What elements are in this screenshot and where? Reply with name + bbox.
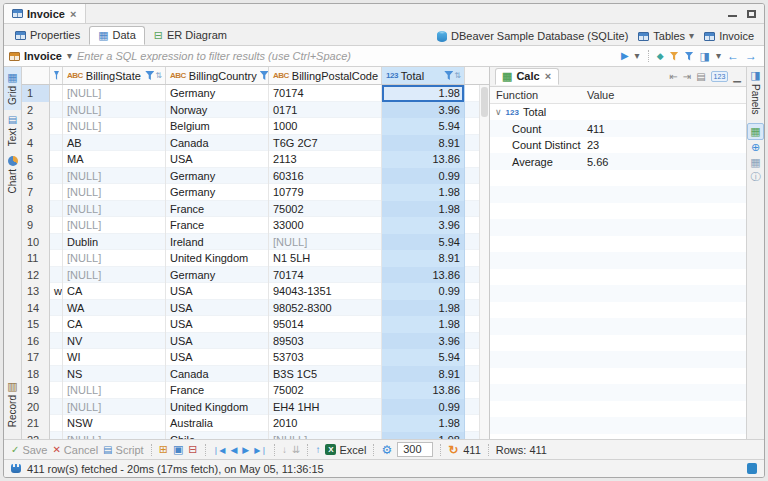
notifications-icon[interactable] (747, 463, 757, 474)
panels-dropdown-icon[interactable] (716, 51, 721, 61)
clipped-column-cell[interactable] (50, 217, 63, 234)
total-cell[interactable]: 3.96 (382, 217, 465, 234)
tab-record[interactable]: Record (4, 376, 21, 439)
row-number-cell[interactable]: 6 (22, 168, 50, 185)
billingstate-cell[interactable]: NS (63, 366, 166, 383)
schema-selector[interactable]: Tables (638, 30, 694, 42)
billingcountry-cell[interactable]: United Kingdom (166, 399, 269, 416)
sort-icon[interactable]: ⇅ (155, 71, 162, 80)
tab-er-diagram[interactable]: ER Diagram (145, 26, 236, 45)
first-page-icon[interactable] (213, 445, 226, 455)
refresh-icon[interactable] (448, 444, 458, 456)
value-column-header[interactable]: Value (587, 89, 746, 101)
fetch-all-rows-icon[interactable] (292, 445, 300, 455)
billingcountry-cell[interactable]: USA (166, 151, 269, 168)
row-number-cell[interactable]: 10 (22, 234, 50, 251)
fetch-size-input[interactable]: 300 (397, 442, 433, 457)
billingstate-cell[interactable]: NV (63, 333, 166, 350)
billingstate-cell[interactable]: [NULL] (63, 184, 166, 201)
clipped-column-cell[interactable] (50, 135, 63, 152)
billingstate-cell[interactable]: AB (63, 135, 166, 152)
billingcountry-cell[interactable]: Germany (166, 168, 269, 185)
billingcountry-cell[interactable]: USA (166, 283, 269, 300)
billingcountry-cell[interactable]: USA (166, 333, 269, 350)
billingstate-cell[interactable]: [NULL] (63, 201, 166, 218)
billingstate-cell[interactable]: NSW (63, 415, 166, 432)
billingcountry-cell[interactable]: USA (166, 316, 269, 333)
billingstate-cell[interactable]: CA (63, 316, 166, 333)
row-number-cell[interactable]: 1 (22, 85, 50, 102)
last-page-icon[interactable] (254, 445, 267, 455)
row-number-cell[interactable]: 17 (22, 349, 50, 366)
billingcountry-cell[interactable]: Chile (166, 432, 269, 440)
filter-history-icon[interactable] (67, 51, 72, 61)
billingcountry-cell[interactable]: USA (166, 300, 269, 317)
billingcountry-cell[interactable]: Germany (166, 267, 269, 284)
clipped-column-cell[interactable] (50, 118, 63, 135)
panel-tab-calc[interactable] (747, 123, 764, 140)
total-cell[interactable]: 13.86 (382, 151, 465, 168)
row-number-cell[interactable]: 11 (22, 250, 50, 267)
billingstate-cell[interactable]: [NULL] (63, 250, 166, 267)
billingpostalcode-cell[interactable]: N1 5LH (269, 250, 382, 267)
billingcountry-cell[interactable]: Canada (166, 366, 269, 383)
apply-filter-button[interactable] (621, 51, 629, 61)
column-header-clipped[interactable] (50, 67, 63, 84)
billingcountry-cell[interactable]: United Kingdom (166, 250, 269, 267)
total-cell[interactable]: 13.86 (382, 382, 465, 399)
billingpostalcode-cell[interactable]: EH4 1HH (269, 399, 382, 416)
delete-row-icon[interactable] (188, 444, 197, 455)
calc-result-row[interactable]: Count 411 (490, 121, 746, 138)
row-number-cell[interactable]: 2 (22, 102, 50, 119)
row-number-cell[interactable]: 22 (22, 432, 50, 440)
billingpostalcode-cell[interactable]: T6G 2C7 (269, 135, 382, 152)
clipped-column-cell[interactable] (50, 415, 63, 432)
custom-filter-icon[interactable] (657, 51, 664, 61)
tab-properties[interactable]: Properties (6, 26, 89, 45)
total-cell[interactable]: 5.94 (382, 118, 465, 135)
row-number-cell[interactable]: 18 (22, 366, 50, 383)
billingcountry-cell[interactable]: France (166, 217, 269, 234)
total-cell[interactable]: 3.96 (382, 333, 465, 350)
add-row-icon[interactable] (159, 444, 168, 455)
column-header-total[interactable]: 123 Total ⇅ (382, 67, 465, 84)
expander-icon[interactable] (495, 107, 502, 117)
billingstate-cell[interactable]: [NULL] (63, 217, 166, 234)
total-cell[interactable]: 8.91 (382, 366, 465, 383)
billingstate-cell[interactable]: [NULL] (63, 399, 166, 416)
billingstate-cell[interactable]: CA (63, 283, 166, 300)
billingpostalcode-cell[interactable]: 95014 (269, 316, 382, 333)
billingpostalcode-cell[interactable]: 10779 (269, 184, 382, 201)
export-icon[interactable] (315, 445, 320, 455)
total-cell[interactable]: 5.94 (382, 349, 465, 366)
vertical-scrollbar[interactable] (479, 85, 489, 439)
total-cell[interactable]: 8.91 (382, 135, 465, 152)
excel-export-button[interactable]: Excel (325, 444, 366, 456)
cancel-button[interactable]: Cancel (52, 444, 98, 456)
scrollbar-thumb[interactable] (481, 87, 488, 117)
clipped-column-cell[interactable] (50, 300, 63, 317)
column-header-billingstate[interactable]: ABC BillingState ⇅ (63, 67, 166, 84)
row-number-cell[interactable]: 20 (22, 399, 50, 416)
billingcountry-cell[interactable]: France (166, 382, 269, 399)
row-number-cell[interactable]: 12 (22, 267, 50, 284)
total-cell[interactable]: 0.99 (382, 168, 465, 185)
clipped-column-cell[interactable] (50, 333, 63, 350)
number-format-icon[interactable]: 123 (711, 71, 729, 82)
billingstate-cell[interactable]: [NULL] (63, 267, 166, 284)
panel-tab-value-viewer[interactable] (747, 140, 764, 155)
clipped-column-cell[interactable] (50, 102, 63, 119)
row-number-cell[interactable]: 3 (22, 118, 50, 135)
sort-icon[interactable]: ⇅ (454, 71, 461, 80)
clipped-column-cell[interactable] (50, 349, 63, 366)
fetch-next-page-icon[interactable] (282, 445, 287, 455)
row-number-cell[interactable]: 21 (22, 415, 50, 432)
row-number-cell[interactable]: 13 (22, 283, 50, 300)
database-selector[interactable]: DBeaver Sample Database (SQLite) (437, 30, 628, 42)
tab-data[interactable]: Data (89, 26, 145, 45)
next-row-icon[interactable] (242, 445, 249, 455)
total-cell[interactable]: 1.98 (382, 85, 465, 102)
row-number-cell[interactable]: 16 (22, 333, 50, 350)
total-cell[interactable]: 1.98 (382, 432, 465, 440)
billingpostalcode-cell[interactable]: 60316 (269, 168, 382, 185)
